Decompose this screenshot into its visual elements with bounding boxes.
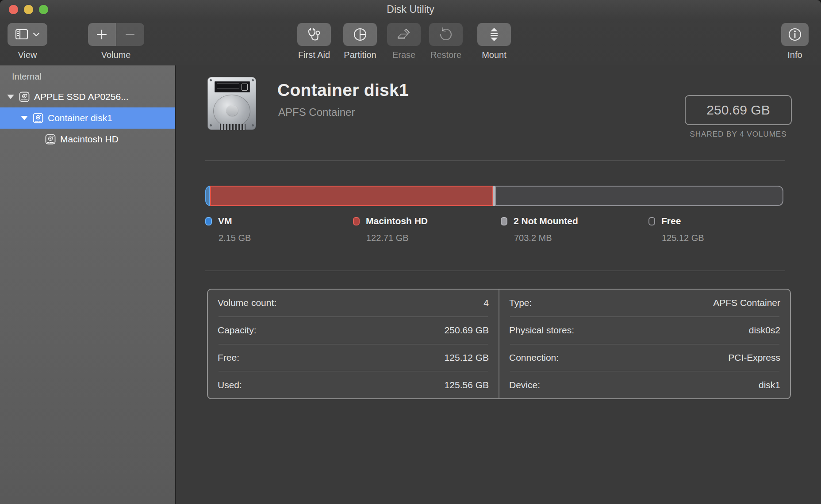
sidebar-item-apple-ssd[interactable]: APPLE SSD AP0256... [0,86,175,107]
erase-button[interactable] [387,23,421,46]
restore-button[interactable] [429,23,463,46]
chevron-down-icon [33,32,40,37]
view-label: View [18,50,37,60]
table-row: Device: disk1 [509,371,780,398]
sidebar-item-label: Macintosh HD [60,134,119,145]
info-label: Info [787,50,802,60]
capacity-badge: 250.69 GB [685,95,792,125]
legend-name: Free [661,216,681,226]
mount-button[interactable] [477,23,511,46]
volume-subtitle: APFS Container [278,106,355,118]
table-row: Physical stores: disk0s2 [509,317,780,344]
divider [205,160,785,161]
row-label: Capacity: [218,325,257,336]
legend-swatch-free [648,217,655,225]
row-value: APFS Container [713,298,780,308]
mount-eject-icon [487,27,502,42]
row-label: Free: [218,352,239,363]
table-row: Capacity: 250.69 GB [218,317,489,344]
main-content: Container disk1 APFS Container 250.69 GB… [177,65,821,504]
sidebar-item-label: Container disk1 [48,113,112,123]
volume-segmented-control [88,23,144,46]
erase-label: Erase [392,50,415,60]
legend-swatch-vm [205,217,212,225]
usage-segment-vm [205,186,210,206]
row-value: 125.12 GB [445,352,489,363]
eraser-icon [396,27,412,42]
legend-size: 703.2 MB [514,233,648,243]
first-aid-button[interactable] [297,23,331,46]
row-label: Device: [509,380,540,390]
info-icon [787,27,802,42]
sidebar: Internal APPLE SSD AP0256... Container d… [0,65,176,504]
legend-name: 2 Not Mounted [514,216,578,226]
restore-label: Restore [430,50,461,60]
remove-volume-button[interactable] [116,23,144,46]
sidebar-item-label: APPLE SSD AP0256... [34,92,129,102]
usage-legend: VM 2.15 GB Macintosh HD 122.71 GB 2 Not … [205,216,796,243]
disclosure-triangle-icon[interactable] [21,116,28,120]
info-button[interactable] [781,23,809,46]
sidebar-layout-icon [15,29,30,40]
minus-icon [124,29,136,40]
legend-name: Macintosh HD [366,216,428,226]
table-row: Free: 125.12 GB [218,344,489,371]
row-value: 125.56 GB [445,380,489,390]
window-title: Disk Utility [0,4,821,15]
disclosure-triangle-icon[interactable] [7,95,14,99]
divider [205,271,785,271]
details-table: Volume count: 4 Capacity: 250.69 GB Free… [207,289,791,399]
partition-button[interactable] [343,23,377,46]
hard-drive-icon [207,77,258,135]
legend-swatch-not-mounted [501,217,507,225]
legend-item-free: Free 125.12 GB [648,216,796,243]
row-label: Connection: [509,352,559,363]
stethoscope-icon [306,27,322,42]
shared-volumes-note: SHARED BY 4 VOLUMES [685,130,792,139]
usage-segment-free [495,186,783,206]
row-label: Type: [509,298,532,308]
row-label: Physical stores: [509,325,574,336]
volume-title: Container disk1 [277,80,409,100]
sidebar-item-container-disk1[interactable]: Container disk1 [0,107,175,129]
legend-item-macintosh-hd: Macintosh HD 122.71 GB [353,216,501,243]
legend-name: VM [218,216,232,226]
table-row: Type: APFS Container [509,290,780,317]
table-row: Connection: PCI-Express [509,344,780,371]
title-bar[interactable]: Disk Utility [0,0,821,19]
row-value: 4 [483,298,489,308]
partition-label: Partition [344,50,376,60]
disk-icon [19,91,30,103]
first-aid-label: First Aid [298,50,330,60]
plus-icon [96,29,107,40]
disk-utility-window: Disk Utility View [0,0,821,504]
row-label: Volume count: [218,298,276,308]
usage-segment-macintosh-hd [210,186,493,206]
legend-size: 2.15 GB [219,233,353,243]
details-right-column: Type: APFS Container Physical stores: di… [499,290,790,398]
disk-icon [45,134,56,145]
legend-item-vm: VM 2.15 GB [205,216,353,243]
legend-size: 122.71 GB [366,233,501,243]
row-value: PCI-Express [728,352,780,363]
legend-swatch-macintosh-hd [353,217,360,225]
legend-size: 125.12 GB [662,233,796,243]
table-row: Volume count: 4 [218,290,489,317]
mount-label: Mount [482,50,506,60]
disk-icon [32,112,44,124]
add-volume-button[interactable] [88,23,116,46]
row-value: disk1 [759,380,780,390]
volume-label: Volume [101,50,131,60]
usage-bar [205,186,783,206]
partition-pie-icon [353,27,368,42]
sidebar-item-macintosh-hd[interactable]: Macintosh HD [0,129,175,150]
table-row: Used: 125.56 GB [218,371,489,398]
row-value: 250.69 GB [445,325,489,336]
row-value: disk0s2 [749,325,780,336]
toolbar: Disk Utility View [0,0,821,65]
legend-item-not-mounted: 2 Not Mounted 703.2 MB [501,216,648,243]
view-button[interactable] [8,23,47,46]
row-label: Used: [218,380,242,390]
sidebar-section-internal: Internal [12,72,175,82]
restore-undo-icon [438,27,453,42]
